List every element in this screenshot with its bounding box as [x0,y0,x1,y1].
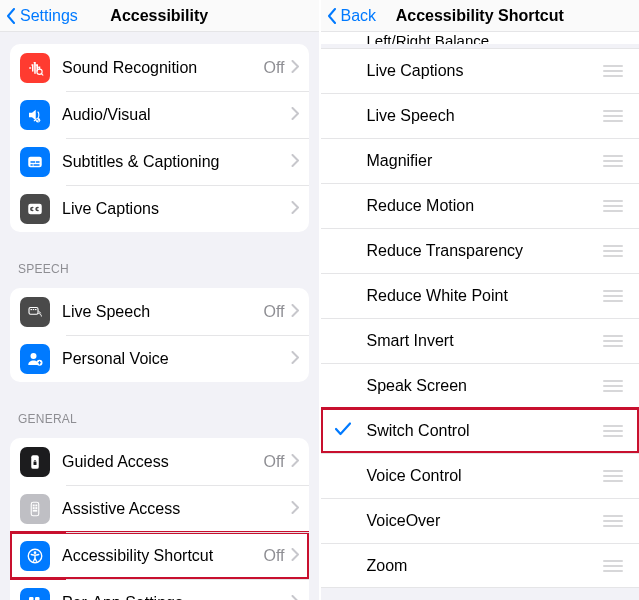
live-captions-icon [20,194,50,224]
settings-row-sound-recognition[interactable]: Sound RecognitionOff [10,44,309,91]
svg-rect-6 [36,161,40,163]
row-label: Live Speech [62,303,263,321]
shortcut-item-live-captions[interactable]: Live Captions [321,48,640,93]
drag-handle-icon[interactable] [603,470,623,482]
row-label: Audio/Visual [62,106,291,124]
chevron-right-icon [291,453,299,471]
section-header: SPEECH [0,248,319,282]
svg-rect-27 [35,597,40,601]
svg-rect-21 [33,507,35,509]
list-item-label: Voice Control [367,467,604,485]
shortcut-item-magnifier[interactable]: Magnifier [321,138,640,183]
row-label: Personal Voice [62,350,291,368]
drag-handle-icon[interactable] [603,515,623,527]
settings-row-audio-visual[interactable]: Audio/Visual [10,91,309,138]
shortcut-item-reduce-transparency[interactable]: Reduce Transparency [321,228,640,273]
chevron-right-icon [291,106,299,124]
shortcut-item-speak-screen[interactable]: Speak Screen [321,363,640,408]
settings-row-live-captions[interactable]: Live Captions [10,185,309,232]
right-scroll[interactable]: Left/Right Balance Live CaptionsLive Spe… [321,32,640,600]
svg-point-2 [36,118,38,120]
drag-handle-icon[interactable] [603,110,623,122]
settings-group: Sound RecognitionOffAudio/VisualSubtitle… [10,44,309,232]
row-value: Off [263,303,284,321]
shortcut-item-reduce-white-point[interactable]: Reduce White Point [321,273,640,318]
truncated-top-row: Left/Right Balance [321,32,640,44]
chevron-right-icon [291,594,299,601]
chevron-left-icon [327,8,337,24]
navbar-right: Back Accessibility Shortcut [321,0,640,32]
svg-rect-11 [31,309,33,310]
shortcut-item-live-speech[interactable]: Live Speech [321,93,640,138]
drag-handle-icon[interactable] [603,155,623,167]
left-scroll[interactable]: Sound RecognitionOffAudio/VisualSubtitle… [0,32,319,600]
svg-rect-19 [33,504,35,506]
svg-point-1 [36,118,41,123]
drag-handle-icon[interactable] [603,335,623,347]
shortcut-item-reduce-motion[interactable]: Reduce Motion [321,183,640,228]
svg-rect-23 [33,509,38,511]
svg-rect-18 [31,502,39,516]
row-value: Off [263,59,284,77]
guided-access-icon [20,447,50,477]
svg-rect-22 [35,507,37,509]
svg-rect-20 [35,504,37,506]
row-label: Live Captions [62,200,291,218]
svg-rect-12 [33,309,35,310]
personal-voice-icon [20,344,50,374]
settings-row-accessibility-shortcut[interactable]: Accessibility ShortcutOff [10,532,309,579]
chevron-right-icon [291,500,299,518]
shortcut-item-voiceover[interactable]: VoiceOver [321,498,640,543]
settings-row-per-app-settings[interactable]: Per-App Settings [10,579,309,600]
chevron-left-icon [6,8,16,24]
shortcut-item-switch-control[interactable]: Switch Control [321,408,640,453]
live-speech-icon [20,297,50,327]
drag-handle-icon[interactable] [603,380,623,392]
drag-handle-icon[interactable] [603,65,623,77]
screenshot-container: Settings Accessibility Sound Recognition… [0,0,639,600]
section-header: GENERAL [0,398,319,432]
sound-recognition-icon [20,53,50,83]
list-item-label: Reduce White Point [367,287,604,305]
drag-handle-icon[interactable] [603,425,623,437]
list-item-label: Switch Control [367,422,604,440]
subtitles-icon [20,147,50,177]
audio-visual-icon [20,100,50,130]
settings-row-personal-voice[interactable]: Personal Voice [10,335,309,382]
back-button-settings[interactable]: Settings [6,7,78,25]
chevron-right-icon [291,303,299,321]
row-label: Assistive Access [62,500,291,518]
drag-handle-icon[interactable] [603,290,623,302]
shortcut-item-voice-control[interactable]: Voice Control [321,453,640,498]
chevron-right-icon [291,547,299,565]
row-label: Guided Access [62,453,263,471]
drag-handle-icon[interactable] [603,560,623,572]
drag-handle-icon[interactable] [603,200,623,212]
back-button[interactable]: Back [327,7,377,25]
svg-rect-17 [34,462,37,465]
row-label: Subtitles & Captioning [62,153,291,171]
settings-group: Live SpeechOffPersonal Voice [10,288,309,382]
svg-rect-13 [35,309,37,310]
list-item-label: VoiceOver [367,512,604,530]
svg-point-14 [31,353,37,359]
settings-row-guided-access[interactable]: Guided AccessOff [10,438,309,485]
settings-row-live-speech[interactable]: Live SpeechOff [10,288,309,335]
list-item-label: Zoom [367,557,604,575]
chevron-right-icon [291,59,299,77]
navbar-left: Settings Accessibility [0,0,319,32]
list-item-label: Reduce Transparency [367,242,604,260]
shortcut-list: Live CaptionsLive SpeechMagnifierReduce … [321,48,640,588]
settings-row-subtitles-captioning[interactable]: Subtitles & Captioning [10,138,309,185]
assistive-access-icon [20,494,50,524]
drag-handle-icon[interactable] [603,245,623,257]
list-item-label: Live Captions [367,62,604,80]
settings-row-assistive-access[interactable]: Assistive Access [10,485,309,532]
row-label: Accessibility Shortcut [62,547,263,565]
chevron-right-icon [291,153,299,171]
shortcut-item-smart-invert[interactable]: Smart Invert [321,318,640,363]
svg-rect-5 [31,161,36,163]
svg-rect-26 [29,597,34,601]
shortcut-item-zoom[interactable]: Zoom [321,543,640,588]
list-item-label: Speak Screen [367,377,604,395]
